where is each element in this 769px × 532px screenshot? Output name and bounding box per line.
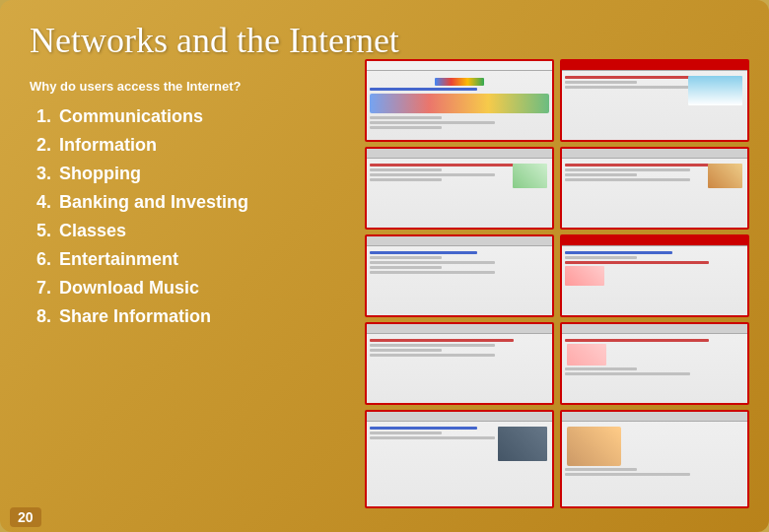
screenshot-entertainment bbox=[365, 322, 554, 405]
screenshot-banking bbox=[365, 234, 554, 317]
img-column-left bbox=[365, 59, 554, 508]
slide: Networks and the Internet Why do users a… bbox=[0, 0, 769, 532]
images-area bbox=[365, 59, 749, 508]
screenshot-music bbox=[365, 410, 554, 508]
list-num-3: 3. bbox=[30, 164, 51, 184]
list-label-3: Shopping bbox=[59, 164, 141, 184]
screenshot-cat bbox=[560, 410, 749, 508]
list-label-8: Share Information bbox=[59, 306, 211, 327]
list-item: 4. Banking and Investing bbox=[30, 189, 345, 216]
list-item: 6. Entertainment bbox=[30, 246, 345, 273]
list-item: 1. Communications bbox=[30, 103, 345, 130]
list-num-1: 1. bbox=[30, 106, 51, 127]
screenshot-social bbox=[560, 322, 749, 405]
list-num-4: 4. bbox=[30, 192, 51, 213]
list-item: 7. Download Music bbox=[30, 275, 345, 301]
list-num-6: 6. bbox=[30, 249, 51, 270]
page-number: 20 bbox=[10, 507, 41, 527]
subtitle: Why do users access the Internet? bbox=[30, 79, 345, 94]
img-column-right bbox=[560, 59, 749, 508]
screenshot-weather bbox=[560, 59, 749, 142]
screenshot-classes bbox=[560, 234, 749, 317]
list-num-5: 5. bbox=[30, 221, 51, 241]
list-label-7: Download Music bbox=[59, 278, 199, 299]
screenshot-shopping bbox=[365, 147, 554, 230]
list-num-2: 2. bbox=[30, 135, 51, 156]
list-item: 3. Shopping bbox=[30, 161, 345, 187]
list-item: 5. Classes bbox=[30, 218, 345, 244]
screenshot-google bbox=[365, 59, 554, 142]
list-num-7: 7. bbox=[30, 278, 51, 299]
list-label-1: Communications bbox=[59, 106, 203, 127]
list-label-6: Entertainment bbox=[59, 249, 178, 270]
screenshot-news bbox=[560, 147, 749, 230]
list-label-2: Information bbox=[59, 135, 157, 156]
list-label-5: Classes bbox=[59, 221, 126, 241]
list-item: 8. Share Information bbox=[30, 303, 345, 330]
list-container: 1. Communications 2. Information 3. Shop… bbox=[30, 103, 345, 330]
list-label-4: Banking and Investing bbox=[59, 192, 248, 213]
list-num-8: 8. bbox=[30, 306, 51, 327]
list-item: 2. Information bbox=[30, 132, 345, 159]
slide-title: Networks and the Internet bbox=[30, 20, 739, 61]
left-content: Why do users access the Internet? 1. Com… bbox=[30, 79, 345, 330]
